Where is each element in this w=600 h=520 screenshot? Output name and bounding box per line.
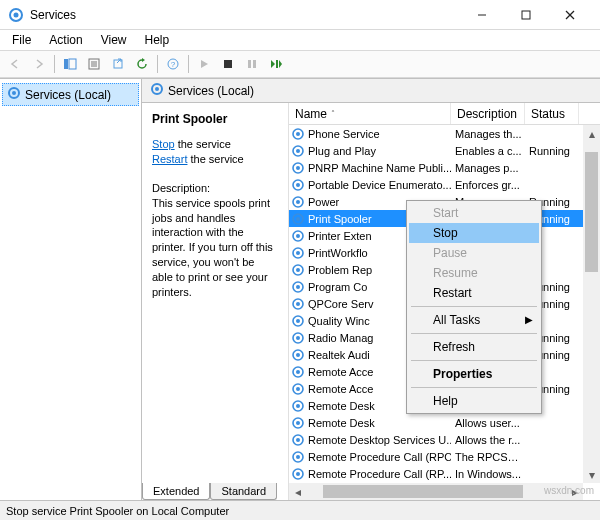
service-row[interactable]: Remote Procedure Call (RP...In Windows..… [289,465,600,482]
service-name: Remote Procedure Call (RPC) [308,451,451,463]
service-row[interactable]: Phone ServiceManages th... [289,125,600,142]
stop-service-button[interactable] [217,53,239,75]
service-name: Phone Service [308,128,380,140]
svg-point-64 [296,472,300,476]
svg-rect-17 [253,60,256,68]
scroll-thumb[interactable] [323,485,523,498]
menu-separator [411,333,537,334]
horizontal-scrollbar[interactable]: ◂ ▸ [289,483,583,500]
service-description: Allows the r... [451,434,525,446]
service-row[interactable]: Remote Procedure Call (RPC)The RPCSS ... [289,448,600,465]
service-row[interactable]: Remote DeskAllows user... [289,414,600,431]
restart-service-button[interactable] [265,53,287,75]
svg-point-22 [155,87,159,91]
service-row[interactable]: Portable Device Enumerato...Enforces gr.… [289,176,600,193]
scroll-up-button[interactable]: ▴ [583,125,600,142]
service-name: Remote Acce [308,366,373,378]
service-name: Print Spooler [308,213,372,225]
tree-item-services-local[interactable]: Services (Local) [2,83,139,106]
vertical-scrollbar[interactable]: ▴ ▾ [583,125,600,483]
gear-icon [291,161,305,175]
help-button[interactable]: ? [162,53,184,75]
svg-point-36 [296,234,300,238]
ctx-start[interactable]: Start [409,203,539,223]
service-status: Running [525,145,579,157]
service-description: In Windows... [451,468,525,480]
gear-icon [291,178,305,192]
gear-icon [291,416,305,430]
ctx-help[interactable]: Help [409,391,539,411]
stop-link[interactable]: Stop [152,138,175,150]
scroll-down-button[interactable]: ▾ [583,466,600,483]
forward-button[interactable] [28,53,50,75]
scroll-left-button[interactable]: ◂ [289,483,306,500]
properties-button[interactable] [83,53,105,75]
ctx-all-tasks[interactable]: All Tasks▶ [409,310,539,330]
menu-separator [411,360,537,361]
service-row[interactable]: PNRP Machine Name Publi...Manages p... [289,159,600,176]
gear-icon [291,212,305,226]
gear-icon [291,450,305,464]
service-row[interactable]: Plug and PlayEnables a c...Running [289,142,600,159]
back-button[interactable] [4,53,26,75]
service-name: Remote Desk [308,417,375,429]
tab-extended[interactable]: Extended [142,483,210,500]
gear-icon [291,314,305,328]
gear-icon [291,280,305,294]
menu-action[interactable]: Action [41,32,90,48]
gear-icon [291,144,305,158]
svg-point-20 [12,91,16,95]
refresh-button[interactable] [131,53,153,75]
svg-rect-3 [522,11,530,19]
column-status[interactable]: Status [525,103,579,124]
maximize-button[interactable] [504,1,548,29]
service-row[interactable]: Remote Desktop Services U...Allows the r… [289,431,600,448]
svg-point-24 [296,132,300,136]
ctx-restart[interactable]: Restart [409,283,539,303]
svg-point-28 [296,166,300,170]
tab-standard[interactable]: Standard [210,483,277,500]
pause-service-button[interactable] [241,53,263,75]
service-name: Remote Desk [308,400,375,412]
app-icon [8,7,24,23]
service-name: PrintWorkflo [308,247,368,259]
menu-view[interactable]: View [93,32,135,48]
restart-link[interactable]: Restart [152,153,187,165]
view-tabs: Extended Standard [142,480,277,500]
service-name: Problem Rep [308,264,372,276]
service-description: The RPCSS ... [451,451,525,463]
toolbar: ? [0,50,600,78]
ctx-stop[interactable]: Stop [409,223,539,243]
title-bar: Services [0,0,600,30]
minimize-button[interactable] [460,1,504,29]
menu-separator [411,387,537,388]
context-menu: Start Stop Pause Resume Restart All Task… [406,200,542,414]
ctx-pause[interactable]: Pause [409,243,539,263]
svg-text:?: ? [171,60,176,69]
ctx-properties[interactable]: Properties [409,364,539,384]
start-service-button[interactable] [193,53,215,75]
scroll-right-button[interactable]: ▸ [566,483,583,500]
menu-bar: File Action View Help [0,30,600,50]
service-description: Enables a c... [451,145,525,157]
svg-point-60 [296,438,300,442]
service-name: Printer Exten [308,230,372,242]
close-button[interactable] [548,1,592,29]
svg-point-38 [296,251,300,255]
window-title: Services [30,8,460,22]
gear-icon [291,127,305,141]
details-title: Print Spooler [152,111,278,127]
menu-file[interactable]: File [4,32,39,48]
show-hide-tree-button[interactable] [59,53,81,75]
column-name[interactable]: Name˄ [289,103,451,124]
scroll-thumb[interactable] [585,152,598,272]
tree-item-label: Services (Local) [25,88,111,102]
column-description[interactable]: Description [451,103,525,124]
menu-help[interactable]: Help [137,32,178,48]
scope-tree[interactable]: Services (Local) [0,79,142,500]
service-name: QPCore Serv [308,298,373,310]
export-list-button[interactable] [107,53,129,75]
ctx-resume[interactable]: Resume [409,263,539,283]
ctx-refresh[interactable]: Refresh [409,337,539,357]
results-header: Services (Local) [142,79,600,103]
